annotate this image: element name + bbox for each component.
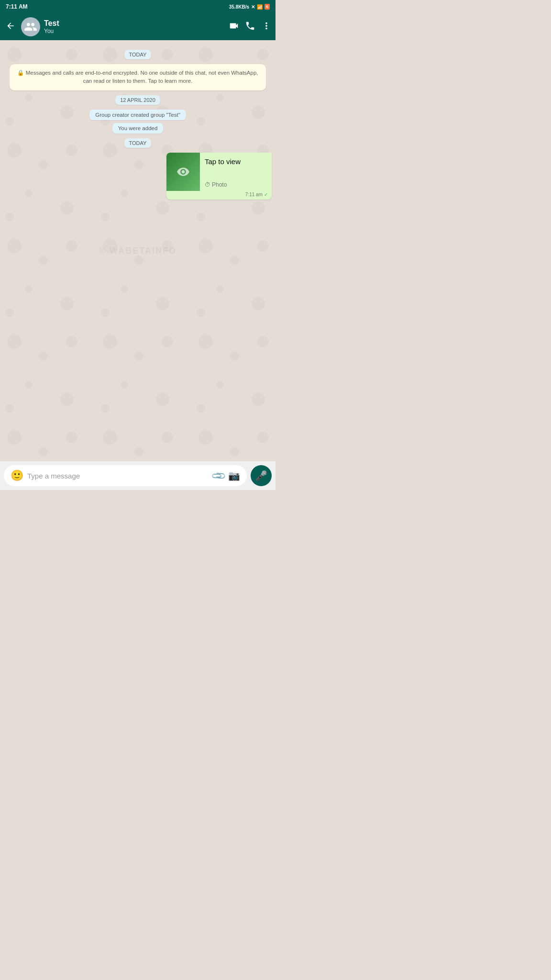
input-bar: 🙂 Type a message 📎 📷 🎤 (0, 461, 276, 490)
system-msg-group-created: Group creator created group "Test" (4, 110, 272, 120)
close-icon: ✕ (251, 4, 255, 10)
view-once-content: Tap to view ⏱ Photo (200, 153, 272, 191)
chat-header: Test You (0, 13, 276, 40)
message-row-view-once: Tap to view ⏱ Photo 7:11 am ✓ (4, 153, 272, 200)
emoji-icon[interactable]: 🙂 (11, 469, 23, 482)
message-time: 7:11 am (245, 192, 263, 197)
encryption-notice[interactable]: 🔒 Messages and calls are end-to-end encr… (10, 64, 266, 90)
battery-icon: 6 (264, 4, 270, 10)
check-mark-icon: ✓ (264, 192, 268, 197)
date-badge-april: 12 APRIL 2020 (4, 95, 272, 105)
attach-icon[interactable]: 📎 (210, 468, 227, 484)
date-badge-today-1: TODAY (4, 50, 272, 59)
header-actions (229, 21, 272, 33)
avatar (21, 17, 40, 36)
date-badge-today-2: TODAY (4, 138, 272, 148)
view-once-thumbnail (166, 153, 200, 191)
mic-button[interactable]: 🎤 (251, 465, 272, 486)
view-once-bubble[interactable]: Tap to view ⏱ Photo 7:11 am ✓ (166, 153, 272, 200)
system-msg-added: You were added (4, 123, 272, 134)
chat-info: Test You (44, 19, 225, 34)
status-time: 7:11 AM (6, 3, 28, 10)
more-options-icon[interactable] (261, 21, 272, 33)
network-speed: 35.8KB/s (229, 4, 249, 10)
message-input-placeholder[interactable]: Type a message (27, 472, 209, 480)
status-right: 35.8KB/s ✕ 📶 6 (229, 4, 270, 10)
chat-name: Test (44, 19, 225, 28)
wifi-icon: 📶 (257, 4, 263, 10)
camera-icon[interactable]: 📷 (228, 470, 240, 481)
timer-icon: ⏱ (205, 181, 210, 188)
message-meta: 7:11 am ✓ (166, 191, 272, 200)
back-button[interactable] (4, 19, 17, 35)
tap-to-view-label: Tap to view (205, 157, 267, 166)
status-bar: 7:11 AM 35.8KB/s ✕ 📶 6 (0, 0, 276, 13)
chat-body: © WABETAINFO TODAY 🔒 Messages and calls … (0, 40, 276, 461)
video-call-icon[interactable] (229, 21, 239, 33)
mic-icon: 🎤 (255, 470, 267, 481)
view-once-inner: Tap to view ⏱ Photo (166, 153, 272, 191)
input-container: 🙂 Type a message 📎 📷 (4, 465, 247, 486)
photo-label: ⏱ Photo (205, 181, 267, 188)
chat-subtitle: You (44, 28, 225, 34)
phone-call-icon[interactable] (245, 21, 255, 33)
